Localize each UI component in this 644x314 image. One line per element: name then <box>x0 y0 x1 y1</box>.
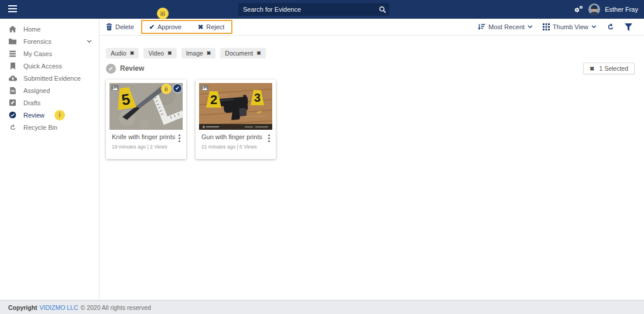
refresh-icon[interactable] <box>607 23 615 31</box>
stack-icon <box>8 50 17 57</box>
sidebar-item-quick-access[interactable]: Quick Access <box>0 60 99 72</box>
chevron-down-icon <box>527 25 533 29</box>
filter-chip-video: Video ✖ <box>143 48 176 58</box>
sidebar-item-assigned[interactable]: Assigned <box>0 84 99 96</box>
document-icon <box>8 87 17 94</box>
annotation-badge-iii: iii <box>157 8 169 19</box>
trash-icon <box>106 23 112 30</box>
clear-selection-icon[interactable]: ✖ <box>590 65 594 72</box>
section-title: Review <box>120 64 144 73</box>
reject-button[interactable]: ✖ Reject <box>198 23 224 31</box>
sort-dropdown[interactable]: Most Recent <box>478 23 533 30</box>
sort-icon <box>478 23 485 30</box>
top-navbar: Esther Fray <box>0 0 644 19</box>
grid-view-icon <box>543 23 550 30</box>
image-type-badge-icon <box>201 85 208 91</box>
main-content: Delete ✔ Approve ✖ Reject Most Recent Th… <box>100 19 644 300</box>
remove-filter-icon[interactable]: ✖ <box>167 50 172 56</box>
approve-button[interactable]: ✔ Approve <box>149 23 181 31</box>
avatar[interactable] <box>588 4 600 15</box>
filter-chip-document: Document ✖ <box>220 48 265 58</box>
evidence-meta: 21 minutes ago | 0 Views <box>201 144 257 150</box>
chip-label: Image <box>186 50 203 57</box>
chip-label: Video <box>148 50 164 57</box>
filter-chip-audio: Audio ✖ <box>106 48 139 58</box>
sidebar-item-label: Forensics <box>23 38 52 45</box>
delete-label: Delete <box>115 23 134 30</box>
chip-label: Document <box>225 50 253 57</box>
footer-company-link[interactable]: VIDIZMO LLC <box>40 304 78 311</box>
remove-filter-icon[interactable]: ✖ <box>256 50 261 56</box>
footer-rights: © 2020 All rights reserved <box>81 304 151 311</box>
sidebar-item-forensics[interactable]: Forensics <box>0 35 99 47</box>
edit-icon <box>8 99 17 106</box>
evidence-meta: 19 minutes ago | 2 Views <box>112 144 167 150</box>
kebab-menu-icon[interactable] <box>176 133 183 143</box>
sidebar-item-label: My Cases <box>23 50 52 57</box>
selected-check-icon[interactable]: ✔ <box>173 84 182 93</box>
sidebar-item-label: Submitted Evidence <box>23 75 81 82</box>
tutorial-highlight-box: ✔ Approve ✖ Reject <box>141 20 233 34</box>
filter-icon[interactable] <box>625 23 632 31</box>
toolbar-right: Most Recent Thumb View <box>478 23 632 31</box>
check-icon: ✔ <box>149 23 155 31</box>
evidence-marker-number: 2 <box>210 92 217 107</box>
chevron-down-icon[interactable] <box>87 40 92 43</box>
search-icon[interactable] <box>375 6 389 13</box>
delete-button[interactable]: Delete <box>106 23 134 30</box>
remove-filter-icon[interactable]: ✖ <box>207 50 211 56</box>
review-section-icon: ✔ <box>106 64 116 74</box>
selection-badge: ✖ 1 Selected <box>583 63 635 74</box>
image-type-badge-icon <box>111 85 119 91</box>
evidence-thumbnail[interactable]: 5 ii ✔ <box>109 83 183 130</box>
evidence-title[interactable]: Knife with finger prints <box>112 133 175 140</box>
sidebar-item-label: Recycle Bin <box>23 124 57 131</box>
sidebar-item-label: Quick Access <box>23 63 62 70</box>
bookmark-icon <box>8 63 17 70</box>
annotation-badge-ii: ii <box>161 84 172 94</box>
folder-icon <box>8 38 17 44</box>
home-icon <box>8 26 17 33</box>
view-label: Thumb View <box>553 23 588 30</box>
filter-chip-image: Image ✖ <box>181 48 216 58</box>
settings-gears-icon[interactable] <box>574 5 584 14</box>
view-dropdown[interactable]: Thumb View <box>543 23 597 30</box>
reject-label: Reject <box>206 23 224 30</box>
navbar-right: Esther Fray <box>574 0 638 19</box>
evidence-title[interactable]: Gun with finger prints <box>201 133 262 140</box>
sidebar-item-label: Review <box>23 112 44 119</box>
sidebar-item-submitted-evidence[interactable]: Submitted Evidence <box>0 72 99 84</box>
footer: Copyright VIDIZMO LLC © 2020 All rights … <box>0 300 644 314</box>
evidence-grid: 5 ii ✔ Knife with finger prints 19 minut… <box>106 80 276 159</box>
hamburger-menu-icon[interactable] <box>8 5 17 13</box>
footer-copyright: Copyright <box>8 304 37 311</box>
check-circle-icon <box>8 111 17 119</box>
remove-filter-icon[interactable]: ✖ <box>130 50 135 56</box>
filter-chips: Audio ✖ Video ✖ Image ✖ Document ✖ <box>106 48 266 58</box>
sidebar-item-drafts[interactable]: Drafts <box>0 96 99 109</box>
chip-label: Audio <box>111 50 126 57</box>
annotation-badge-i: i <box>54 110 65 120</box>
sidebar-item-my-cases[interactable]: My Cases <box>0 47 99 60</box>
search-input[interactable] <box>238 6 375 13</box>
cloud-upload-icon <box>8 75 17 81</box>
x-icon: ✖ <box>198 23 203 31</box>
evidence-marker-number: 3 <box>254 91 261 104</box>
kebab-menu-icon[interactable] <box>266 133 272 143</box>
sidebar-item-home[interactable]: Home <box>0 23 99 35</box>
sidebar-item-label: Assigned <box>23 87 50 94</box>
sidebar-item-label: Drafts <box>23 99 40 106</box>
user-name[interactable]: Esther Fray <box>605 6 638 13</box>
evidence-thumbnail[interactable]: 2 3 <box>199 83 272 130</box>
sidebar-item-review[interactable]: Review i <box>0 109 99 121</box>
sidebar-item-label: Home <box>23 26 40 33</box>
evidence-card-knife[interactable]: 5 ii ✔ Knife with finger prints 19 minut… <box>106 80 186 159</box>
sidebar-item-recycle-bin[interactable]: Recycle Bin <box>0 121 99 133</box>
chevron-down-icon <box>591 25 597 29</box>
sort-label: Most Recent <box>488 23 525 30</box>
action-toolbar: Delete ✔ Approve ✖ Reject Most Recent Th… <box>100 19 644 36</box>
approve-label: Approve <box>157 23 181 30</box>
search-bar <box>238 3 389 16</box>
evidence-card-gun[interactable]: 2 3 Gun with finger prints 21 minutes ag… <box>196 80 276 159</box>
recycle-icon <box>8 124 17 131</box>
